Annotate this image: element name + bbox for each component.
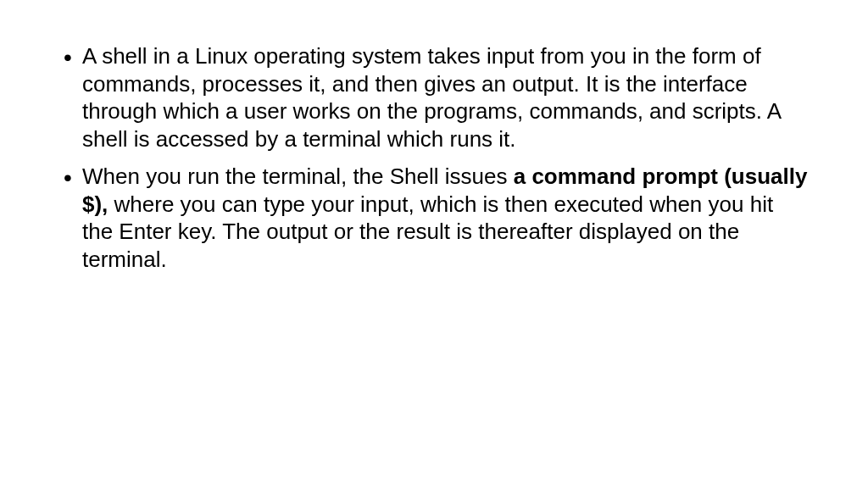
list-item: A shell in a Linux operating system take… (64, 42, 809, 152)
bullet-text-prefix: When you run the terminal, the Shell iss… (82, 164, 514, 189)
bullet-text-suffix: where you can type your input, which is … (82, 191, 773, 272)
bullet-text: A shell in a Linux operating system take… (82, 43, 781, 152)
bullet-list: A shell in a Linux operating system take… (64, 42, 809, 273)
list-item: When you run the terminal, the Shell iss… (64, 163, 809, 273)
